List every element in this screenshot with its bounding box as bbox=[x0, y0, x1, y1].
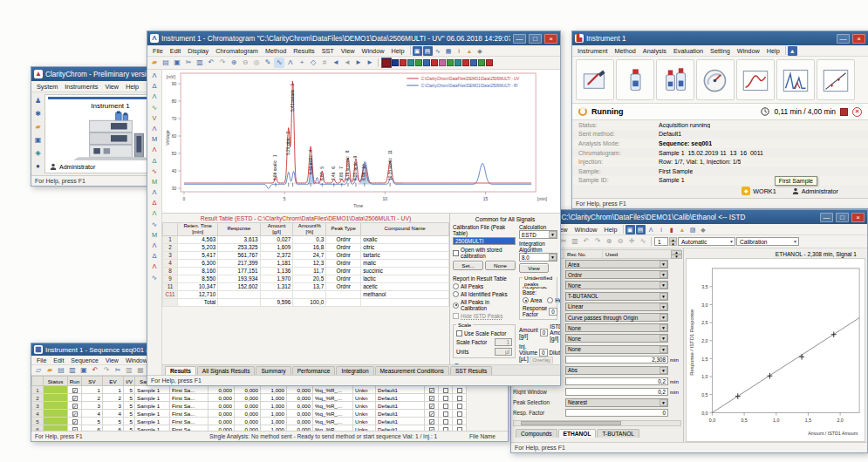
close-button[interactable]: × bbox=[852, 34, 865, 44]
signal-color-swatch[interactable] bbox=[478, 59, 485, 66]
sequence-cell[interactable]: 5 bbox=[82, 418, 103, 425]
sequence-cell[interactable]: %q_%R_... bbox=[313, 386, 353, 394]
menu-item-results[interactable]: Results bbox=[290, 46, 318, 56]
menu-item-window[interactable]: Window bbox=[571, 225, 601, 234]
sequence-cell[interactable] bbox=[439, 418, 453, 425]
paste-icon[interactable]: ▦ bbox=[135, 365, 146, 376]
tab-compounds[interactable]: Compounds bbox=[516, 429, 557, 438]
run-checkbox[interactable] bbox=[429, 419, 434, 425]
overlay-icon[interactable]: ▣ bbox=[413, 46, 422, 56]
result-cell[interactable]: succinic bbox=[361, 267, 449, 275]
sequence-cell[interactable]: Default1 bbox=[376, 394, 425, 402]
sequence-cell[interactable]: 0,000 bbox=[208, 386, 235, 394]
curves-icon[interactable]: ∿ bbox=[434, 46, 443, 56]
signal-color-swatch[interactable] bbox=[382, 58, 391, 67]
run-checkbox[interactable] bbox=[429, 396, 434, 401]
compound-index-field[interactable]: 1 bbox=[654, 237, 668, 246]
calibration-property-select[interactable]: None▼ bbox=[565, 334, 668, 343]
open-icon[interactable]: ▰ bbox=[44, 365, 55, 376]
copy-icon[interactable]: ▥ bbox=[570, 236, 580, 247]
prev-icon[interactable]: ◄ bbox=[342, 58, 352, 68]
title-bar[interactable]: Λ Instrument 1 - Chromatogram "C:\Clarit… bbox=[147, 31, 560, 45]
point-icon[interactable]: ✛ bbox=[626, 236, 637, 247]
calibration-button[interactable] bbox=[817, 59, 855, 100]
hide-istd-checkbox[interactable] bbox=[453, 313, 459, 319]
menu-item-window[interactable]: Window bbox=[359, 46, 388, 56]
result-cell[interactable]: 6,300 bbox=[178, 259, 218, 267]
result-column-header[interactable]: Peak Type bbox=[326, 223, 361, 236]
result-cell[interactable]: 8 bbox=[163, 267, 178, 275]
result-cell[interactable]: 11,7 bbox=[293, 267, 326, 275]
calibration-property-field[interactable]: 0 bbox=[565, 409, 668, 417]
sequence-cell[interactable]: First Sa... bbox=[170, 418, 208, 425]
sequence-cell[interactable]: 1 bbox=[82, 386, 103, 394]
sequence-cell[interactable]: %q_%R_... bbox=[313, 394, 353, 402]
result-cell[interactable]: Total bbox=[178, 298, 218, 306]
none-button[interactable]: None bbox=[485, 261, 516, 270]
run-checkbox[interactable] bbox=[72, 419, 78, 425]
sequence-cell[interactable]: 0,000 bbox=[208, 418, 235, 425]
result-cell[interactable]: Ordnr bbox=[326, 275, 361, 282]
properties-icon[interactable]: ✎ bbox=[263, 58, 273, 68]
chart-icon[interactable]: ▨ bbox=[688, 225, 698, 234]
run-checkbox[interactable] bbox=[72, 396, 78, 401]
report-icon[interactable]: ▥ bbox=[67, 365, 78, 376]
sequence-cell[interactable]: Sample 1 bbox=[135, 386, 170, 394]
calculation-select[interactable]: ESTD▼ bbox=[519, 230, 557, 239]
sequence-cell[interactable]: 0,000 bbox=[235, 402, 261, 410]
signal-color-swatch[interactable] bbox=[423, 59, 430, 66]
copy-icon[interactable]: ▥ bbox=[195, 58, 205, 68]
calibration-chart[interactable]: 0,00,51,01,52,02,53,03,50,00,51,01,52,0A… bbox=[686, 258, 865, 442]
new-icon[interactable]: ▱ bbox=[33, 365, 44, 376]
maximize-button[interactable]: □ bbox=[529, 34, 542, 44]
sequence-column-header[interactable]: EV bbox=[103, 377, 124, 386]
minimize-button[interactable]: — bbox=[820, 213, 833, 222]
view-button[interactable]: View bbox=[519, 263, 549, 273]
result-cell[interactable]: Ordnr bbox=[326, 267, 361, 275]
sequence-cell[interactable]: Default1 bbox=[376, 402, 425, 410]
menu-item-analysis[interactable]: Analysis bbox=[639, 46, 670, 56]
sequence-column-header[interactable]: SV bbox=[82, 377, 103, 386]
result-cell[interactable]: 20,5 bbox=[293, 275, 326, 282]
fit-icon[interactable]: ◇ bbox=[308, 58, 318, 68]
menu-item-sequence[interactable]: Sequence bbox=[67, 357, 102, 364]
menu-item-file[interactable]: File bbox=[33, 357, 50, 364]
run-checkbox[interactable] bbox=[72, 388, 78, 393]
sequence-cell[interactable] bbox=[439, 394, 453, 402]
result-table-row[interactable]: 88,160177,1511,13611,7Ordnrsuccinic bbox=[163, 267, 449, 275]
sequence-cell[interactable]: 3 bbox=[103, 402, 124, 410]
result-cell[interactable]: methanol bbox=[361, 290, 449, 298]
export-icon[interactable]: ▲ bbox=[678, 225, 687, 234]
result-column-header[interactable]: Amount [g/l] bbox=[260, 223, 293, 236]
result-cell[interactable]: 253,325 bbox=[218, 243, 260, 251]
result-cell[interactable]: 8,550 bbox=[178, 275, 218, 282]
sequence-cell[interactable]: 1 bbox=[32, 386, 44, 394]
calibration-property-select[interactable]: Curve passes through Origin▼ bbox=[565, 313, 668, 322]
tab-measurement-conditions[interactable]: Measurement Conditions bbox=[375, 366, 449, 375]
peak-tool-icon[interactable]: Δ bbox=[149, 198, 161, 208]
redo-icon[interactable]: ↷ bbox=[217, 58, 228, 68]
open-icon[interactable]: ▰ bbox=[149, 58, 160, 68]
sequence-cell[interactable]: 4 bbox=[103, 410, 124, 418]
help-icon[interactable]: ● bbox=[33, 161, 44, 172]
result-table-row[interactable]: 1110,347152,6021,31213,7Ordnracetic bbox=[163, 282, 449, 290]
calibration-property-select[interactable]: None▼ bbox=[565, 345, 668, 354]
chromatogram-chart[interactable]: 90807060504030051015[mV][min]VoltageTime… bbox=[162, 70, 560, 213]
peaks-icon[interactable]: Λ bbox=[646, 225, 656, 234]
menu-item-evaluation[interactable]: Evaluation bbox=[670, 46, 707, 56]
tab-ethanol[interactable]: ETHANOL bbox=[558, 429, 597, 438]
result-cell[interactable]: 100,0 bbox=[293, 298, 326, 306]
sequence-cell[interactable]: 0,000 bbox=[235, 394, 261, 402]
last-icon[interactable]: ► bbox=[365, 58, 375, 68]
signal-color-swatch[interactable] bbox=[486, 59, 493, 66]
sequence-bottles-button[interactable] bbox=[656, 59, 694, 100]
sequence-row[interactable]: 5555Sample 1First Sa...0,0000,0001,0000,… bbox=[32, 418, 467, 425]
inj-volume-field[interactable]: 0 bbox=[539, 349, 548, 357]
sequence-cell[interactable] bbox=[439, 402, 453, 410]
sequence-cell[interactable] bbox=[453, 418, 467, 425]
tab-all-signals-results[interactable]: All Signals Results bbox=[197, 366, 256, 375]
column-recno[interactable]: Rec No. bbox=[564, 250, 603, 258]
result-cell[interactable]: 11 bbox=[163, 282, 178, 290]
grid-scroll-spinner[interactable]: ▲▼ bbox=[673, 250, 680, 258]
result-table-row[interactable]: C1112,710methanol bbox=[163, 290, 449, 298]
